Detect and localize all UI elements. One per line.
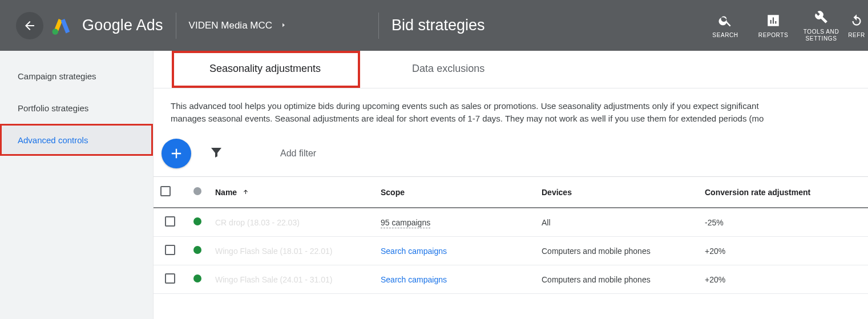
header-adjustment[interactable]: Conversion rate adjustment xyxy=(698,177,868,208)
row-checkbox-cell xyxy=(154,237,187,265)
svg-point-0 xyxy=(53,29,59,35)
row-name-cell[interactable]: Wingo Flash Sale (24.01 - 31.01) xyxy=(208,265,374,294)
content: Seasonality adjustments Data exclusions … xyxy=(154,51,868,319)
wrench-icon xyxy=(814,10,829,25)
row-checkbox-cell xyxy=(154,208,187,237)
row-devices-cell: All xyxy=(535,208,698,237)
row-adjustment: -25% xyxy=(705,218,724,227)
row-scope-link[interactable]: Search campaigns xyxy=(381,275,447,284)
header-name[interactable]: Name xyxy=(208,177,374,208)
header-name-label: Name xyxy=(215,188,237,197)
tab-seasonality-adjustments[interactable]: Seasonality adjustments xyxy=(175,51,355,86)
chevron-right-icon xyxy=(280,20,287,31)
row-name-cell[interactable]: CR drop (18.03 - 22.03) xyxy=(208,208,374,237)
plus-icon xyxy=(168,146,184,161)
row-devices: All xyxy=(542,218,551,227)
subtabs: Seasonality adjustments Data exclusions xyxy=(154,51,868,88)
brand-label: Google Ads xyxy=(82,17,163,34)
add-filter-label: Add filter xyxy=(280,148,316,158)
tab-data-exclusions[interactable]: Data exclusions xyxy=(355,51,519,86)
divider xyxy=(378,13,379,39)
top-actions: SEARCH REPORTS TOOLS AND SETTINGS REFR xyxy=(701,0,868,51)
sidebar-item-label: Advanced controls xyxy=(18,135,88,145)
tab-label: Data exclusions xyxy=(412,63,485,75)
google-ads-logo-icon xyxy=(51,15,72,36)
sidebar-item-label: Campaign strategies xyxy=(18,71,96,81)
status-dot-icon xyxy=(193,274,201,282)
status-dot-icon xyxy=(193,246,201,254)
description-line: This advanced tool helps you optimize bi… xyxy=(171,100,858,112)
row-scope-link[interactable]: Search campaigns xyxy=(381,247,447,256)
toolbar: Add filter xyxy=(154,131,868,176)
account-switcher[interactable]: VIDEN Media MCC xyxy=(189,20,287,31)
row-status-cell[interactable] xyxy=(187,265,208,294)
search-label: SEARCH xyxy=(701,32,749,39)
add-button[interactable] xyxy=(162,139,191,168)
row-checkbox[interactable] xyxy=(165,216,175,227)
reports-icon xyxy=(766,13,781,28)
row-checkbox[interactable] xyxy=(165,245,175,255)
table-header-row: Name Scope Devices Conversion rat xyxy=(154,177,868,208)
row-name: Wingo Flash Sale (24.01 - 31.01) xyxy=(215,275,332,284)
refresh-icon xyxy=(849,13,864,28)
row-adjustment-cell: +20% xyxy=(698,265,868,294)
back-button[interactable] xyxy=(16,12,43,39)
row-devices: Computers and mobile phones xyxy=(542,247,651,256)
row-adjustment-cell: -25% xyxy=(698,208,868,237)
header-scope[interactable]: Scope xyxy=(374,177,535,208)
row-devices-cell: Computers and mobile phones xyxy=(535,265,698,294)
sort-asc-icon xyxy=(243,188,249,197)
row-adjustment: +20% xyxy=(705,275,725,284)
row-status-cell[interactable] xyxy=(187,237,208,265)
refresh-label: REFR xyxy=(845,32,868,39)
sidebar: Campaign strategies Portfolio strategies… xyxy=(0,51,154,319)
adjustments-table: Name Scope Devices Conversion rat xyxy=(154,176,868,294)
row-status-cell[interactable] xyxy=(187,208,208,237)
reports-label: REPORTS xyxy=(749,32,797,39)
reports-action[interactable]: REPORTS xyxy=(749,13,797,39)
table-row: Wingo Flash Sale (24.01 - 31.01)Search c… xyxy=(154,265,868,294)
row-checkbox[interactable] xyxy=(165,273,175,284)
filter-icon xyxy=(209,146,223,159)
row-scope-cell: Search campaigns xyxy=(374,237,535,265)
table-row: Wingo Flash Sale (18.01 - 22.01)Search c… xyxy=(154,237,868,265)
select-all-checkbox[interactable] xyxy=(160,186,171,196)
table-row: CR drop (18.03 - 22.03)95 campaignsAll-2… xyxy=(154,208,868,237)
row-name: CR drop (18.03 - 22.03) xyxy=(215,218,300,227)
row-scope-cell: 95 campaigns xyxy=(374,208,535,237)
row-name: Wingo Flash Sale (18.01 - 22.01) xyxy=(215,247,332,256)
row-scope: 95 campaigns xyxy=(381,218,430,228)
sidebar-item-label: Portfolio strategies xyxy=(18,103,88,113)
account-name: VIDEN Media MCC xyxy=(189,20,272,31)
arrow-left-icon xyxy=(23,19,37,33)
add-filter[interactable]: Add filter xyxy=(280,148,316,159)
row-scope-cell: Search campaigns xyxy=(374,265,535,294)
description-line: manages seasonal events. Seasonal adjust… xyxy=(171,112,858,125)
row-name-cell[interactable]: Wingo Flash Sale (18.01 - 22.01) xyxy=(208,237,374,265)
sidebar-item-portfolio-strategies[interactable]: Portfolio strategies xyxy=(0,92,153,124)
header-devices[interactable]: Devices xyxy=(535,177,698,208)
divider xyxy=(176,13,176,39)
header-status-cell[interactable] xyxy=(187,177,208,208)
google-ads-logo xyxy=(51,15,72,36)
description: This advanced tool helps you optimize bi… xyxy=(154,88,868,131)
tab-label: Seasonality adjustments xyxy=(209,63,321,75)
header-checkbox-cell xyxy=(154,177,187,208)
row-devices-cell: Computers and mobile phones xyxy=(535,237,698,265)
refresh-action[interactable]: REFR xyxy=(845,13,868,39)
search-icon xyxy=(718,13,733,28)
filter-button[interactable] xyxy=(209,146,223,161)
row-adjustment-cell: +20% xyxy=(698,237,868,265)
header-devices-label: Devices xyxy=(542,188,572,197)
sidebar-item-campaign-strategies[interactable]: Campaign strategies xyxy=(0,60,153,92)
header-scope-label: Scope xyxy=(381,188,405,197)
search-action[interactable]: SEARCH xyxy=(701,13,749,39)
row-devices: Computers and mobile phones xyxy=(542,275,651,284)
tools-action[interactable]: TOOLS AND SETTINGS xyxy=(797,9,845,42)
status-dot-icon xyxy=(193,187,201,195)
sidebar-item-advanced-controls[interactable]: Advanced controls xyxy=(0,124,153,156)
page-title: Bid strategies xyxy=(391,17,485,34)
status-dot-icon xyxy=(193,217,201,225)
top-bar: Google Ads VIDEN Media MCC Bid strategie… xyxy=(0,0,868,51)
row-checkbox-cell xyxy=(154,265,187,294)
